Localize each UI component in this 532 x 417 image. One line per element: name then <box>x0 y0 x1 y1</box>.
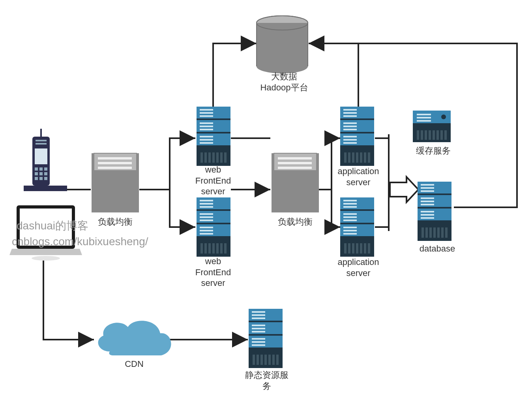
database-label: database <box>410 243 465 254</box>
server-rack-icon <box>340 197 374 257</box>
hadoop-label: 大数据 Hadoop平台 <box>249 71 320 93</box>
svg-rect-61 <box>44 167 47 171</box>
load-balancer-icon <box>272 153 319 212</box>
phone-icon <box>24 129 67 191</box>
architecture-diagram: 大数据 Hadoop平台 负载均衡 负载均衡 web FrontEnd serv… <box>0 0 532 417</box>
web-frontend-1-label: web FrontEnd server <box>185 164 241 197</box>
server-rack-icon <box>340 107 374 166</box>
static-resource-label: 静态资源服 务 <box>239 370 294 391</box>
load-balancer-2-label: 负载均衡 <box>268 216 323 227</box>
svg-rect-56 <box>35 148 47 164</box>
diagram-svg <box>0 0 532 417</box>
server-rack-icon <box>197 107 230 166</box>
svg-rect-62 <box>35 172 38 175</box>
server-rack-icon <box>418 182 451 241</box>
server-rack-icon <box>197 197 230 257</box>
web-frontend-2-label: web FrontEnd server <box>185 256 241 289</box>
cloud-icon <box>98 321 171 355</box>
load-balancer-icon <box>92 153 139 212</box>
watermark-line1: dashuai的博客 <box>17 218 88 233</box>
database-cylinder-icon <box>257 16 308 73</box>
svg-rect-65 <box>35 177 38 180</box>
load-balancer-1-label: 负载均衡 <box>88 216 143 227</box>
svg-rect-58 <box>36 143 47 145</box>
watermark-line2: cnblogs.com/kubixuesheng/ <box>12 234 148 249</box>
block-arrow-icon <box>390 177 418 202</box>
server-rack-icon <box>249 309 283 368</box>
cache-service-label: 缓存服务 <box>406 145 461 156</box>
cdn-label: CDN <box>107 359 162 370</box>
svg-rect-63 <box>39 172 43 175</box>
app-server-2-label: application server <box>331 257 386 278</box>
svg-rect-57 <box>36 140 47 141</box>
app-server-1-label: application server <box>331 166 386 188</box>
svg-point-71 <box>32 256 60 261</box>
svg-rect-60 <box>39 167 43 171</box>
svg-rect-66 <box>39 177 43 180</box>
svg-rect-67 <box>44 177 47 180</box>
svg-rect-64 <box>44 172 47 175</box>
small-server-icon <box>413 111 451 142</box>
svg-rect-54 <box>24 186 67 191</box>
svg-rect-59 <box>35 167 38 171</box>
